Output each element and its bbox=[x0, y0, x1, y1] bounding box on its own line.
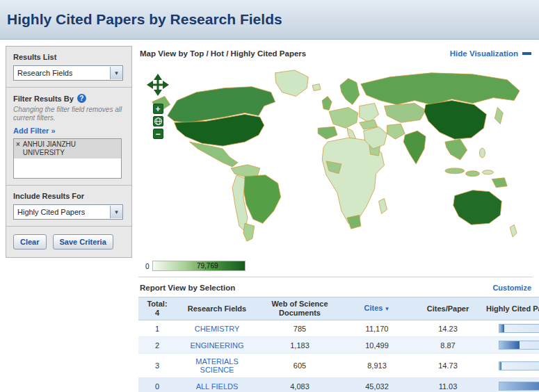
country-iceland bbox=[312, 84, 321, 91]
table-header-row: Total: 4 Research Fields Web of Science … bbox=[138, 297, 539, 320]
zoom-in-button[interactable]: + bbox=[153, 104, 163, 114]
total-value: 4 bbox=[155, 309, 159, 317]
table-row: 3 MATERIALS SCIENCE 605 8,913 14.73 1 bbox=[138, 354, 539, 378]
report-table: Total: 4 Research Fields Web of Science … bbox=[138, 297, 539, 392]
filter-section: Filter Results By ? Changing the filter … bbox=[6, 88, 131, 186]
research-field-link[interactable]: ENGINEERING bbox=[190, 341, 243, 350]
pan-control-icon[interactable] bbox=[145, 72, 170, 97]
row-cites-per-paper: 14.73 bbox=[412, 354, 483, 378]
country-kazakhstan bbox=[384, 104, 426, 123]
page-header: Highly Cited Papers by Research Fields bbox=[0, 0, 539, 40]
highly-cited-bar-fill bbox=[499, 325, 504, 332]
row-rank: 1 bbox=[138, 320, 176, 337]
country-argentina bbox=[243, 223, 254, 241]
filter-list-box[interactable]: × ANHUI JIANZHU UNIVERSITY bbox=[13, 138, 122, 179]
row-docs: 605 bbox=[258, 354, 341, 378]
include-results-value: Highly Cited Papers bbox=[14, 208, 85, 216]
results-list-select[interactable]: Research Fields ▾ bbox=[13, 65, 123, 81]
column-header-wos-documents[interactable]: Web of Science Documents bbox=[258, 297, 341, 320]
highly-cited-bar[interactable]: 1 bbox=[499, 361, 539, 370]
row-docs: 785 bbox=[258, 320, 341, 337]
row-cites: 10,499 bbox=[341, 337, 412, 354]
report-view-title: Report View by Selection bbox=[140, 284, 235, 292]
world-map[interactable] bbox=[143, 65, 529, 247]
highly-cited-bar[interactable]: 38 bbox=[499, 382, 539, 391]
filter-item-label: ANHUI JIANZHU UNIVERSITY bbox=[23, 140, 119, 157]
country-scandinavia bbox=[339, 79, 359, 105]
sort-desc-icon: ▼ bbox=[384, 306, 389, 312]
remove-filter-icon[interactable]: × bbox=[16, 140, 20, 149]
table-row: 1 CHEMISTRY 785 11,170 14.23 3 bbox=[138, 320, 539, 337]
country-eastern-europe bbox=[359, 104, 378, 123]
clear-button[interactable]: Clear bbox=[13, 234, 47, 250]
country-colombia bbox=[231, 165, 260, 177]
row-cites: 11,170 bbox=[341, 320, 412, 337]
country-australia bbox=[453, 190, 501, 225]
country-southeast-asia bbox=[444, 139, 467, 160]
add-filter-link[interactable]: Add Filter » bbox=[13, 126, 56, 135]
table-row: 2 ENGINEERING 1,183 10,499 8.87 13 bbox=[138, 337, 539, 354]
country-china bbox=[424, 101, 486, 140]
include-results-select[interactable]: Highly Cited Papers ▾ bbox=[13, 204, 123, 220]
help-icon[interactable]: ? bbox=[77, 94, 86, 103]
row-docs: 1,183 bbox=[258, 337, 341, 354]
highly-cited-bar-fill bbox=[499, 341, 520, 349]
research-field-link[interactable]: ALL FIELDS bbox=[196, 382, 239, 391]
sidebar-buttons: Clear Save Criteria bbox=[6, 227, 131, 257]
map-view-header: Map View by Top / Hot / Highly Cited Pap… bbox=[138, 46, 533, 64]
page: Highly Cited Papers by Research Fields R… bbox=[0, 0, 539, 392]
country-south-africa bbox=[346, 215, 360, 229]
report-table-body: 1 CHEMISTRY 785 11,170 14.23 3 2 ENGINEE… bbox=[138, 320, 539, 392]
table-row: 0 ALL FIELDS 4,083 45,032 11.03 38 bbox=[138, 378, 539, 392]
country-indonesia bbox=[444, 168, 464, 174]
results-list-value: Research Fields bbox=[14, 69, 72, 77]
hide-visualization-label: Hide Visualization bbox=[450, 49, 518, 58]
chevron-down-icon: ▾ bbox=[110, 67, 122, 79]
results-list-section: Results List Research Fields ▾ bbox=[6, 47, 131, 88]
country-indonesia-far-east bbox=[482, 170, 493, 174]
country-uk bbox=[322, 97, 332, 111]
cites-sort-label: Cites bbox=[364, 304, 383, 312]
filter-item[interactable]: × ANHUI JIANZHU UNIVERSITY bbox=[14, 139, 121, 158]
country-new-zealand bbox=[510, 224, 517, 237]
country-philippines bbox=[479, 148, 485, 158]
map-legend: 0 79,769 bbox=[145, 261, 246, 271]
hide-visualization-link[interactable]: Hide Visualization bbox=[450, 49, 531, 58]
column-header-cites[interactable]: Cites▼ bbox=[341, 297, 412, 320]
country-russia bbox=[360, 73, 519, 105]
country-madagascar bbox=[378, 199, 387, 214]
highly-cited-bar[interactable]: 3 bbox=[499, 324, 539, 333]
minus-icon bbox=[522, 52, 531, 55]
customize-link[interactable]: Customize bbox=[492, 284, 531, 292]
country-iran bbox=[387, 124, 405, 139]
research-field-link[interactable]: CHEMISTRY bbox=[195, 325, 240, 333]
filter-results-label: Filter Results By bbox=[13, 95, 74, 103]
row-rank: 0 bbox=[138, 378, 176, 392]
column-header-research-fields[interactable]: Research Fields bbox=[176, 297, 258, 320]
row-rank: 2 bbox=[138, 337, 176, 354]
highly-cited-bar[interactable]: 13 bbox=[499, 341, 539, 350]
country-greenland bbox=[275, 70, 308, 97]
globe-icon[interactable] bbox=[153, 116, 163, 126]
row-cites-per-paper: 11.03 bbox=[412, 378, 483, 392]
row-cites: 8,913 bbox=[341, 354, 412, 378]
country-mexico bbox=[189, 142, 238, 167]
page-title: Highly Cited Papers by Research Fields bbox=[7, 11, 282, 28]
row-docs: 4,083 bbox=[258, 378, 341, 392]
country-spain bbox=[318, 126, 337, 139]
column-header-cites-per-paper[interactable]: Cites/Paper bbox=[412, 297, 483, 320]
legend-min-label: 0 bbox=[145, 263, 150, 270]
row-cites: 45,032 bbox=[341, 378, 412, 392]
main-content: Map View by Top / Hot / Highly Cited Pap… bbox=[132, 46, 539, 392]
save-criteria-button[interactable]: Save Criteria bbox=[53, 234, 113, 250]
column-header-highly-cited-papers[interactable]: Highly Cited Papers bbox=[483, 297, 539, 320]
sidebar: Results List Research Fields ▾ Filter Re… bbox=[6, 46, 132, 258]
include-results-section: Include Results For Highly Cited Papers … bbox=[6, 186, 131, 227]
row-cites-per-paper: 14.23 bbox=[412, 320, 483, 337]
research-field-link[interactable]: MATERIALS SCIENCE bbox=[195, 357, 239, 374]
country-papua bbox=[492, 178, 507, 188]
zoom-out-button[interactable]: − bbox=[153, 129, 163, 139]
country-central-europe bbox=[329, 108, 358, 129]
chevron-down-icon: ▾ bbox=[110, 206, 122, 218]
legend-gradient-bar: 79,769 bbox=[152, 261, 246, 271]
